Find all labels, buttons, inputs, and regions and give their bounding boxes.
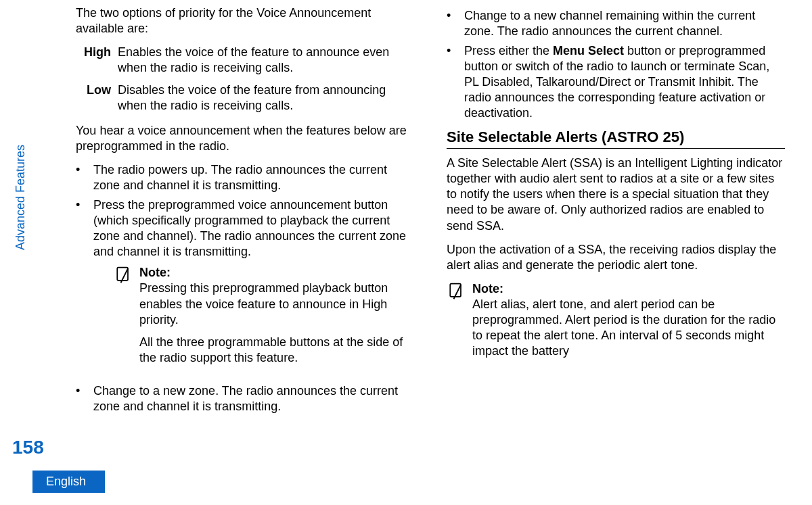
definition-row: High Enables the voice of the feature to… (76, 45, 414, 76)
note-paragraph: All the three programmable buttons at th… (139, 335, 414, 366)
note-block: Note: Pressing this preprogrammed playba… (114, 265, 414, 372)
section-heading: Site Selectable Alerts (ASTRO 25) (447, 128, 785, 147)
page-number: 158 (12, 437, 44, 458)
column-left: The two options of priority for the Voic… (76, 5, 414, 420)
column-right: Change to a new channel remaining within… (447, 5, 785, 420)
paragraph: A Site Selectable Alert (SSA) is an Inte… (447, 155, 785, 233)
language-tab: English (32, 471, 105, 493)
list-item: Press either the Menu Select button or p… (447, 43, 785, 121)
note-icon (447, 281, 466, 300)
desc-high: Enables the voice of the feature to anno… (118, 45, 414, 76)
list-item-text: Change to a new channel remaining within… (464, 8, 785, 39)
intro-text: The two options of priority for the Voic… (76, 5, 414, 37)
note-body: Note: Alert alias, alert tone, and alert… (472, 281, 785, 366)
note-block: Note: Alert alias, alert tone, and alert… (447, 281, 785, 366)
vertical-section-label: Advanced Features (14, 145, 28, 250)
note-paragraph: Alert alias, alert tone, and alert perio… (472, 297, 785, 359)
note-title: Note: (139, 265, 414, 281)
heading-underline (447, 148, 785, 149)
list-item-text: Change to a new zone. The radio announce… (93, 383, 414, 414)
list-item-text: Press either the Menu Select button or p… (464, 43, 785, 121)
priority-definition-list: High Enables the voice of the feature to… (76, 45, 414, 114)
definition-row: Low Disables the voice of the feature fr… (76, 82, 414, 114)
list-item-text: The radio powers up. The radio announces… (93, 162, 414, 193)
desc-low: Disables the voice of the feature from a… (118, 82, 414, 114)
term-high: High (76, 45, 111, 76)
paragraph: You hear a voice announcement when the f… (76, 123, 414, 154)
note-body: Note: Pressing this preprogrammed playba… (139, 265, 414, 372)
text-run: Press either the (464, 44, 553, 57)
list-item: Press the preprogrammed voice announceme… (76, 197, 414, 379)
term-low: Low (76, 82, 111, 114)
note-paragraph: Pressing this preprogrammed playback but… (139, 281, 414, 327)
note-icon (114, 265, 133, 284)
paragraph: Upon the activation of a SSA, the receiv… (447, 242, 785, 273)
page-body: The two options of priority for the Voic… (0, 0, 812, 420)
bold-text: Menu Select (553, 44, 624, 57)
list-item-text: Press the preprogrammed voice announceme… (93, 197, 414, 260)
bullet-list: Change to a new channel remaining within… (447, 8, 785, 121)
note-title: Note: (472, 281, 785, 297)
list-item: The radio powers up. The radio announces… (76, 162, 414, 193)
list-item: Change to a new channel remaining within… (447, 8, 785, 39)
bullet-list: The radio powers up. The radio announces… (76, 162, 414, 414)
list-item: Change to a new zone. The radio announce… (76, 383, 414, 414)
